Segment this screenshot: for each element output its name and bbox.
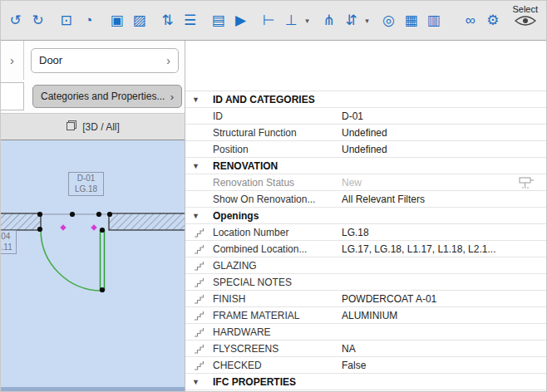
custom-property-icon	[194, 360, 205, 374]
redo-arc-icon[interactable]: ↻	[27, 8, 49, 33]
categories-properties-button[interactable]: Categories and Properties... ›	[32, 85, 182, 108]
property-row-structural-function[interactable]: Structural Function Undefined	[185, 125, 546, 141]
property-row-position[interactable]: Position Undefined	[185, 141, 546, 158]
blank-input[interactable]	[1, 82, 24, 110]
selection-handle[interactable]	[70, 212, 75, 217]
undo-arc-icon[interactable]: ↺	[4, 8, 27, 33]
custom-property-icon	[194, 294, 205, 307]
selection-handle[interactable]	[37, 227, 42, 232]
categories-properties-label: Categories and Properties...	[41, 91, 165, 102]
custom-property-icon	[194, 327, 205, 341]
property-label: Location Number	[213, 227, 288, 238]
section-row-openings[interactable]: ▼ Openings	[185, 208, 546, 224]
renovation-filter-icon	[519, 177, 535, 191]
dropdown-chevron-icon[interactable]: ▾	[362, 17, 372, 25]
property-value[interactable]: Undefined	[342, 144, 387, 155]
property-label: HARDWARE	[213, 326, 271, 338]
stretch-vertical-icon[interactable]: ⇅	[156, 8, 179, 33]
property-row-checked[interactable]: CHECKED False	[185, 357, 546, 374]
selection-handle[interactable]	[96, 212, 101, 217]
property-row-finish[interactable]: FINISH POWDERCOAT A-01	[185, 291, 546, 307]
property-label: Combined Location...	[213, 243, 307, 255]
edit-node-diamond[interactable]	[60, 224, 66, 230]
property-value[interactable]: D-01	[342, 110, 363, 122]
door-swing-arc[interactable]	[41, 230, 103, 291]
navigator-icon[interactable]: ◎	[377, 8, 400, 33]
custom-property-icon	[194, 261, 205, 274]
property-row-renovation-status[interactable]: Renovation Status New	[185, 174, 546, 191]
property-value[interactable]: ALUMINIUM	[342, 310, 397, 321]
property-label: FLYSCREENS	[213, 343, 278, 355]
spectacles-icon[interactable]: ∞	[459, 8, 481, 33]
edit-node-diamond[interactable]	[91, 224, 96, 230]
element-type-dropdown[interactable]: Door ›	[31, 48, 179, 73]
property-row-flyscreens[interactable]: FLYSCREENS NA	[185, 341, 546, 357]
door-tag-id: D-04	[1, 231, 16, 242]
selection-handle[interactable]	[100, 287, 105, 292]
collapse-triangle-icon[interactable]: ▼	[192, 96, 200, 104]
clipped-door-tag-label[interactable]: D-04 LG.11	[1, 230, 17, 254]
sort-icon[interactable]: ⇵	[340, 8, 362, 33]
property-value[interactable]: New	[342, 177, 362, 189]
selection-handle[interactable]	[100, 228, 105, 233]
compare-icon[interactable]: ▥	[422, 8, 445, 33]
plan-viewport[interactable]: D-01 LG.18 D-04 LG.11	[1, 140, 185, 387]
property-label: GLAZING	[213, 260, 257, 272]
section-label: ID AND CATEGORIES	[213, 94, 315, 105]
property-row-frame-material[interactable]: FRAME MATERIAL ALUMINIUM	[185, 307, 546, 324]
align-left-icon[interactable]: ⊢	[258, 8, 280, 33]
door-tag-location: LG.18	[69, 184, 103, 194]
property-label: SPECIAL NOTES	[213, 277, 292, 288]
run-icon[interactable]: ▶	[229, 8, 252, 33]
select-eye-icon[interactable]	[515, 15, 536, 30]
property-value[interactable]: POWDERCOAT A-01	[342, 293, 436, 305]
property-row-location-number[interactable]: Location Number LG.18	[185, 224, 546, 241]
section-row-id-and-categories[interactable]: ▼ ID AND CATEGORIES	[185, 91, 546, 108]
wall-segment-right[interactable]	[109, 213, 185, 230]
top-toolbar: ↺ ↻ ⊡ ◔ ▣ ▨ ⇅ ☰ ▤ ▶ ⊢ ⊥ ▾ ⋔ ⇵ ▾ ◎ ▦ ▥ ∞ …	[1, 1, 546, 41]
door-tag-location: LG.11	[1, 242, 16, 252]
dropdown-chevron-icon[interactable]: ▾	[303, 17, 312, 25]
property-value[interactable]: LG.18	[342, 227, 369, 238]
collapse-triangle-icon[interactable]: ▼	[192, 212, 200, 220]
schedule-icon[interactable]: ▦	[400, 8, 422, 33]
property-row-combined-location[interactable]: Combined Location... LG.17, LG.18, L1.17…	[185, 241, 546, 257]
history-icon[interactable]: ◔	[77, 8, 100, 33]
property-value[interactable]: Undefined	[342, 127, 387, 139]
property-row-show-on-renovation[interactable]: Show On Renovation... All Relevant Filte…	[185, 191, 546, 208]
property-value[interactable]: False	[342, 360, 366, 371]
gears-icon[interactable]: ⚙	[481, 8, 504, 33]
branch-icon[interactable]: ⋔	[318, 8, 340, 33]
wall-segment-left[interactable]	[1, 213, 41, 230]
worksheet-icon[interactable]: ▤	[207, 8, 229, 33]
collapse-triangle-icon[interactable]: ▼	[192, 162, 200, 170]
property-label: Position	[213, 144, 249, 155]
hatch-transfer-icon[interactable]: ▨	[128, 8, 150, 33]
property-label: Structural Function	[213, 127, 297, 139]
select-tool-group[interactable]: Select	[512, 2, 538, 39]
collapse-triangle-icon[interactable]: ▼	[192, 378, 200, 386]
selection-handle[interactable]	[107, 212, 112, 217]
section-label: IFC PROPERTIES	[213, 376, 296, 388]
nav-forward-button[interactable]: ›	[1, 41, 24, 80]
section-row-renovation[interactable]: ▼ RENOVATION	[185, 158, 546, 174]
view-tab-3d-all[interactable]: [3D / All]	[1, 113, 185, 140]
property-row-id[interactable]: ID D-01	[185, 108, 546, 125]
section-row-ifc-properties[interactable]: ▼ IFC PROPERTIES	[185, 374, 546, 390]
selector-row: › Door ›	[1, 41, 185, 80]
door-tag-label[interactable]: D-01 LG.18	[68, 172, 104, 196]
property-label: ID	[213, 110, 223, 122]
selection-handle[interactable]	[37, 212, 42, 217]
custom-property-icon	[194, 277, 205, 291]
property-row-special-notes[interactable]: SPECIAL NOTES	[185, 274, 546, 291]
level-adjust-icon[interactable]: ☰	[179, 8, 201, 33]
capture-window-icon[interactable]: ⊡	[55, 8, 77, 33]
property-row-hardware[interactable]: HARDWARE	[185, 324, 546, 341]
property-value[interactable]: LG.17, LG.18, L1.17, L1.18, L2.1...	[342, 243, 495, 255]
property-value[interactable]: All Relevant Filters	[342, 194, 425, 205]
property-value[interactable]: NA	[342, 343, 356, 355]
chevron-right-icon: ›	[10, 53, 14, 67]
duplicate-icon[interactable]: ▣	[106, 8, 128, 33]
align-bottom-icon[interactable]: ⊥	[280, 8, 303, 33]
property-row-glazing[interactable]: GLAZING	[185, 257, 546, 274]
